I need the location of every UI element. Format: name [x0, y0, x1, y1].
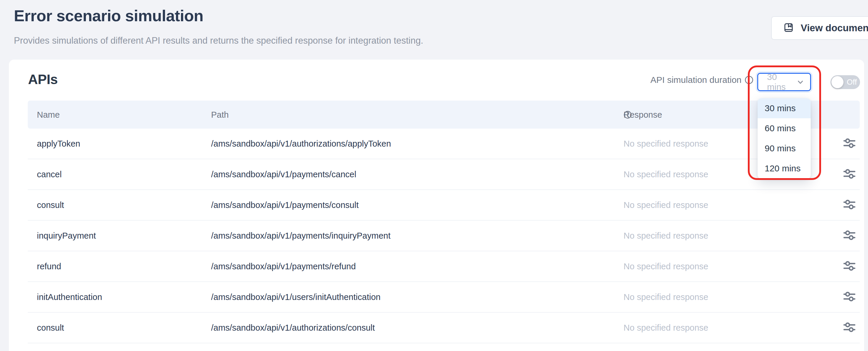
cell-api-name: initAuthentication	[37, 292, 102, 302]
sliders-icon	[843, 290, 856, 304]
column-header-path: Path	[211, 110, 229, 119]
cell-api-name: refund	[37, 261, 61, 271]
row-configure-response-button[interactable]	[836, 260, 850, 273]
table-row: applyToken/ams/sandbox/api/v1/authorizat…	[28, 129, 860, 159]
cell-api-name: cancel	[37, 170, 62, 179]
cell-api-path: /ams/sandbox/api/v1/users/initAuthentica…	[211, 292, 380, 302]
cell-api-response: No specified response	[624, 200, 708, 210]
duration-select[interactable]: 30 mins	[757, 73, 811, 91]
cell-api-path: /ams/sandbox/api/v1/payments/refund	[211, 261, 356, 271]
cell-api-response: No specified response	[624, 170, 708, 179]
cell-api-path: /ams/sandbox/api/v1/authorizations/apply…	[211, 139, 391, 149]
simulation-toggle[interactable]: Off	[831, 75, 860, 89]
api-simulation-duration-label: API simulation duration	[650, 75, 753, 86]
page-title: Error scenario simulation	[14, 6, 204, 25]
book-icon	[783, 23, 794, 34]
duration-select-value: 30 mins	[767, 72, 797, 92]
row-configure-response-button[interactable]	[836, 199, 850, 211]
sliders-icon	[843, 229, 856, 242]
view-documents-button[interactable]: View documents	[771, 16, 868, 40]
row-configure-response-button[interactable]	[836, 321, 850, 334]
api-simulation-duration-text: API simulation duration	[650, 75, 742, 85]
apis-heading: APIs	[28, 71, 58, 87]
cell-api-name: inquiryPayment	[37, 231, 96, 241]
cell-api-path: /ams/sandbox/api/v1/payments/cancel	[211, 170, 356, 179]
info-circle-icon[interactable]	[624, 111, 632, 119]
duration-option[interactable]: 90 mins	[757, 138, 811, 159]
table-row: inquiryPayment/ams/sandbox/api/v1/paymen…	[28, 221, 860, 251]
cell-api-name: applyToken	[37, 139, 80, 149]
duration-option[interactable]: 60 mins	[757, 118, 811, 138]
table-row: cancel/ams/sandbox/api/v1/payments/cance…	[28, 159, 860, 190]
duration-option[interactable]: 30 mins	[757, 98, 811, 118]
row-configure-response-button[interactable]	[836, 290, 850, 304]
cell-api-response: No specified response	[624, 231, 708, 241]
table-body: applyToken/ams/sandbox/api/v1/authorizat…	[28, 129, 860, 343]
duration-option[interactable]: 120 mins	[757, 159, 811, 178]
row-configure-response-button[interactable]	[836, 229, 850, 242]
cell-api-name: consult	[37, 200, 64, 210]
cell-api-path: /ams/sandbox/api/v1/authorizations/consu…	[211, 323, 375, 333]
info-circle-icon[interactable]	[745, 75, 753, 86]
cell-api-response: No specified response	[624, 323, 708, 333]
apis-panel: APIs API simulation duration 30 mins Off…	[9, 60, 864, 351]
cell-api-name: consult	[37, 323, 64, 333]
toggle-knob	[831, 76, 843, 88]
page-subtitle: Provides simulations of different API re…	[14, 35, 423, 46]
toggle-off-label: Off	[847, 78, 857, 87]
duration-dropdown: 30 mins60 mins90 mins120 mins	[757, 98, 811, 179]
table-row: refund/ams/sandbox/api/v1/payments/refun…	[28, 251, 860, 282]
sliders-icon	[843, 168, 856, 181]
table-row: consult/ams/sandbox/api/v1/payments/cons…	[28, 190, 860, 221]
column-header-name: Name	[37, 110, 60, 119]
cell-api-response: No specified response	[624, 261, 708, 271]
sliders-icon	[843, 260, 856, 273]
cell-api-response: No specified response	[624, 292, 708, 302]
sliders-icon	[843, 321, 856, 335]
view-documents-label: View documents	[801, 23, 868, 34]
row-configure-response-button[interactable]	[836, 137, 850, 150]
chevron-down-icon	[797, 78, 804, 86]
cell-api-response: No specified response	[624, 139, 708, 149]
sliders-icon	[843, 199, 856, 212]
table-header: Name Path Response	[28, 101, 860, 129]
row-configure-response-button[interactable]	[836, 168, 850, 181]
sliders-icon	[843, 137, 856, 150]
cell-api-path: /ams/sandbox/api/v1/payments/consult	[211, 200, 359, 210]
table-row: consult/ams/sandbox/api/v1/authorization…	[28, 313, 860, 343]
cell-api-path: /ams/sandbox/api/v1/payments/inquiryPaym…	[211, 231, 391, 241]
table-row: initAuthentication/ams/sandbox/api/v1/us…	[28, 282, 860, 313]
